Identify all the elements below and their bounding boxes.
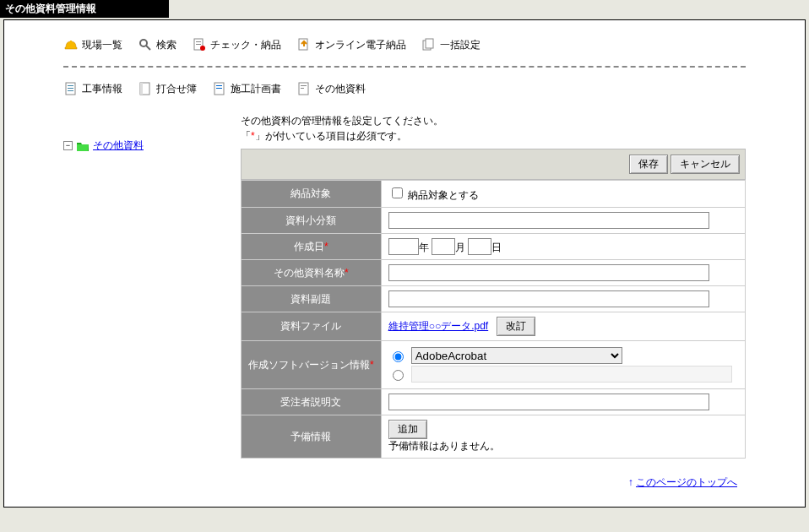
tree-panel: − その他資料 xyxy=(63,113,215,459)
svg-rect-20 xyxy=(301,85,307,86)
software-radio-other[interactable] xyxy=(393,370,404,381)
plan-icon xyxy=(212,81,227,96)
tree-root-node: − その他資料 xyxy=(63,138,215,153)
file-label: 資料ファイル xyxy=(242,312,382,341)
svg-rect-4 xyxy=(196,41,201,42)
notebook-icon xyxy=(138,81,153,96)
meeting-log-button[interactable]: 打合せ簿 xyxy=(138,81,197,96)
subcategory-input[interactable] xyxy=(388,212,709,229)
construction-info-label: 工事情報 xyxy=(82,82,122,96)
delivery-target-checkbox-wrapper[interactable]: 納品対象とする xyxy=(388,189,479,201)
documents-icon xyxy=(421,37,437,52)
main-panel: 現場一覧 検索 チェック・納品 オンライン電子納品 xyxy=(3,19,806,508)
page-top-link[interactable]: このページのトップへ xyxy=(636,476,737,488)
svg-rect-17 xyxy=(216,85,222,86)
folder-icon xyxy=(76,140,90,152)
action-bar: 保存 キャンセル xyxy=(241,149,746,180)
document-icon xyxy=(63,81,79,96)
magnifier-icon xyxy=(138,37,153,52)
helmet-icon xyxy=(63,37,79,52)
contractor-note-input[interactable] xyxy=(388,394,709,410)
delivery-target-checkbox[interactable] xyxy=(392,187,403,198)
check-deliver-label: チェック・納品 xyxy=(210,38,281,52)
subtitle-label: 資料副題 xyxy=(242,286,382,312)
online-deliver-button[interactable]: オンライン電子納品 xyxy=(296,37,406,52)
svg-rect-13 xyxy=(68,90,73,91)
site-list-label: 現場一覧 xyxy=(82,38,122,52)
software-select[interactable]: AdobeAcrobat xyxy=(411,347,622,364)
search-label: 検索 xyxy=(156,38,176,52)
software-other-input[interactable] xyxy=(411,366,732,383)
tree-collapse-icon[interactable]: − xyxy=(63,141,73,150)
cancel-button[interactable]: キャンセル xyxy=(671,155,740,174)
page-title: その他資料管理情報 xyxy=(0,0,169,18)
add-button[interactable]: 追加 xyxy=(388,420,427,439)
software-version-label: 作成ソフトバージョン情報* xyxy=(242,341,382,389)
construction-info-button[interactable]: 工事情報 xyxy=(63,81,122,96)
instruction-line-1: その他資料の管理情報を設定してください。 xyxy=(241,113,746,128)
svg-point-1 xyxy=(140,40,147,46)
save-button[interactable]: 保存 xyxy=(629,155,668,174)
reserve-label: 予備情報 xyxy=(242,415,382,459)
svg-rect-15 xyxy=(140,83,143,95)
batch-settings-label: 一括設定 xyxy=(440,38,481,52)
other-material-name-label: その他資料名称* xyxy=(242,260,382,286)
subtitle-input[interactable] xyxy=(388,290,709,307)
instructions: その他資料の管理情報を設定してください。 「*」が付いている項目は必須です。 xyxy=(241,113,746,144)
svg-rect-18 xyxy=(216,88,222,89)
svg-point-6 xyxy=(200,46,205,51)
other-materials-label: その他資料 xyxy=(315,82,366,96)
form-panel: その他資料の管理情報を設定してください。 「*」が付いている項目は必須です。 保… xyxy=(241,113,746,459)
other-material-name-input[interactable] xyxy=(388,264,709,281)
form-table: 納品対象 納品対象とする 資料小分類 作成日* xyxy=(241,180,746,459)
toolbar-top: 現場一覧 検索 チェック・納品 オンライン電子納品 xyxy=(4,29,805,61)
construction-plan-button[interactable]: 施工計画書 xyxy=(212,81,281,96)
reserve-empty-text: 予備情報はありません。 xyxy=(388,439,738,453)
svg-rect-11 xyxy=(68,85,73,86)
other-materials-button[interactable]: その他資料 xyxy=(296,81,366,96)
contractor-note-label: 受注者説明文 xyxy=(242,389,382,415)
revise-button[interactable]: 改訂 xyxy=(497,317,535,336)
month-input[interactable] xyxy=(432,238,455,255)
software-radio-select[interactable] xyxy=(393,351,404,362)
file-link[interactable]: 維持管理○○データ.pdf xyxy=(388,320,489,332)
creation-date-label: 作成日* xyxy=(242,234,382,260)
svg-rect-0 xyxy=(70,41,72,43)
toolbar-divider xyxy=(63,66,746,68)
creation-date-cell: 年 月 日 xyxy=(381,234,745,260)
page-icon xyxy=(296,81,312,96)
page-top-area: ↑ このページのトップへ xyxy=(4,459,805,490)
check-deliver-button[interactable]: チェック・納品 xyxy=(192,37,281,52)
month-suffix: 月 xyxy=(455,242,465,253)
batch-settings-button[interactable]: 一括設定 xyxy=(421,37,481,52)
day-suffix: 日 xyxy=(491,242,502,253)
upload-icon xyxy=(296,37,312,52)
site-list-button[interactable]: 現場一覧 xyxy=(63,37,122,52)
online-deliver-label: オンライン電子納品 xyxy=(315,38,406,52)
year-input[interactable] xyxy=(388,238,419,255)
instruction-line-2: 「*」が付いている項目は必須です。 xyxy=(241,128,746,144)
svg-rect-9 xyxy=(426,39,433,48)
subcategory-label: 資料小分類 xyxy=(242,208,382,234)
svg-rect-5 xyxy=(196,44,201,45)
search-button[interactable]: 検索 xyxy=(138,37,176,52)
delivery-target-checkbox-label: 納品対象とする xyxy=(408,189,479,201)
year-suffix: 年 xyxy=(419,242,429,253)
svg-rect-12 xyxy=(68,88,73,89)
clipboard-icon xyxy=(192,37,207,52)
meeting-log-label: 打合せ簿 xyxy=(156,82,197,96)
content-area: − その他資料 その他資料の管理情報を設定してください。 「*」が付いている項目… xyxy=(4,105,805,459)
svg-line-2 xyxy=(146,46,150,50)
toolbar-bottom: 工事情報 打合せ簿 施工計画書 その他資料 xyxy=(4,73,805,105)
tree-root-link[interactable]: その他資料 xyxy=(93,138,144,153)
up-arrow-icon: ↑ xyxy=(628,476,633,488)
day-input[interactable] xyxy=(468,238,491,255)
svg-rect-21 xyxy=(301,88,304,89)
construction-plan-label: 施工計画書 xyxy=(231,82,281,96)
delivery-target-label: 納品対象 xyxy=(242,181,382,208)
